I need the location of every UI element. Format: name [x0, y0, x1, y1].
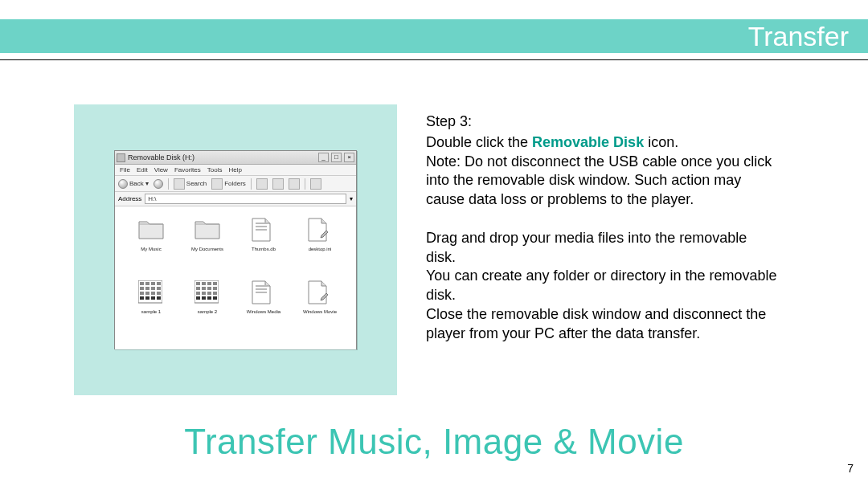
svg-rect-16 — [140, 296, 144, 300]
content-row: Removable Disk (H:) _ □ × File Edit View… — [74, 104, 841, 395]
svg-rect-4 — [140, 282, 144, 285]
window-titlebar: Removable Disk (H:) _ □ × — [115, 151, 356, 165]
svg-rect-15 — [157, 292, 161, 295]
forward-icon[interactable] — [154, 179, 163, 189]
search-icon — [174, 178, 185, 190]
menu-file[interactable]: File — [120, 166, 130, 174]
search-button[interactable]: Search — [174, 178, 207, 190]
back-icon — [118, 179, 128, 189]
svg-rect-34 — [202, 296, 206, 300]
svg-rect-27 — [207, 287, 211, 290]
file-item[interactable]: My Documents — [179, 218, 235, 276]
svg-rect-30 — [202, 292, 206, 295]
svg-rect-38 — [256, 288, 267, 290]
doc-icon — [251, 280, 276, 306]
svg-rect-12 — [140, 292, 144, 295]
explorer-window: Removable Disk (H:) _ □ × File Edit View… — [114, 150, 357, 349]
window-icon — [117, 153, 125, 162]
doc-pencil-icon — [307, 218, 333, 243]
svg-rect-24 — [213, 282, 217, 285]
file-label: My Documents — [191, 247, 223, 252]
header-title: Transfer — [748, 19, 849, 53]
svg-rect-25 — [196, 287, 200, 290]
toolbar-icon[interactable] — [256, 178, 268, 190]
grid-icon — [138, 280, 164, 306]
file-item[interactable]: Windows Media — [235, 280, 292, 338]
step-note: Note: Do not disconnect the USB cable on… — [426, 153, 772, 208]
svg-rect-29 — [196, 292, 200, 295]
address-input[interactable]: H:\ — [145, 194, 346, 204]
folders-icon — [211, 178, 223, 190]
svg-rect-9 — [145, 287, 149, 290]
svg-rect-0 — [256, 223, 267, 224]
step-label: Step 3: — [426, 112, 778, 132]
svg-rect-33 — [196, 296, 200, 300]
menu-edit[interactable]: Edit — [137, 166, 148, 174]
svg-rect-13 — [145, 292, 149, 295]
svg-rect-26 — [202, 287, 206, 290]
svg-rect-10 — [151, 287, 155, 290]
file-label: Thumbs.db — [252, 247, 276, 252]
footer-title: Transfer Music, Image & Movie — [0, 422, 868, 462]
svg-rect-39 — [256, 292, 267, 293]
svg-rect-21 — [196, 282, 200, 285]
file-item[interactable]: My Music — [123, 218, 179, 276]
menu-favorites[interactable]: Favorites — [174, 166, 201, 174]
doc-pencil-icon — [307, 280, 333, 306]
svg-rect-32 — [213, 292, 217, 295]
header-band: Transfer — [0, 19, 868, 53]
svg-rect-2 — [256, 229, 267, 231]
minimize-button[interactable]: _ — [318, 153, 329, 162]
svg-rect-23 — [207, 282, 211, 285]
file-label: desktop.ini — [309, 247, 332, 252]
file-label: My Music — [141, 247, 161, 252]
file-label: Windows Media — [247, 309, 280, 315]
file-item[interactable]: Thumbs.db — [235, 218, 292, 276]
svg-rect-35 — [207, 296, 211, 300]
svg-rect-31 — [207, 292, 211, 295]
file-item[interactable]: sample 2 — [179, 280, 235, 338]
close-button[interactable]: × — [344, 153, 354, 162]
svg-rect-14 — [151, 292, 155, 295]
grid-icon — [194, 280, 220, 306]
svg-rect-18 — [151, 296, 155, 300]
folder-icon — [194, 218, 220, 243]
svg-rect-8 — [140, 287, 144, 290]
file-item[interactable]: desktop.ini — [292, 218, 348, 276]
svg-rect-6 — [151, 282, 155, 285]
paragraph-3: You can create any folder or directory i… — [426, 267, 778, 305]
back-button[interactable]: Back▾ — [118, 179, 149, 189]
file-pane: My MusicMy DocumentsThumbs.dbdesktop.ini… — [115, 206, 356, 349]
file-label: Windows Movie — [303, 309, 337, 315]
maximize-button[interactable]: □ — [331, 153, 342, 162]
removable-disk-highlight: Removable Disk — [532, 134, 644, 150]
folder-icon — [138, 218, 164, 243]
file-item[interactable]: Windows Movie — [292, 280, 348, 338]
toolbar-separator — [251, 178, 252, 190]
views-icon[interactable] — [310, 178, 321, 190]
svg-rect-36 — [213, 296, 217, 300]
screenshot-container: Removable Disk (H:) _ □ × File Edit View… — [74, 104, 397, 395]
toolbar-icon[interactable] — [289, 178, 300, 190]
svg-rect-19 — [157, 296, 161, 300]
svg-rect-7 — [157, 282, 161, 285]
folders-button[interactable]: Folders — [211, 178, 246, 190]
address-bar: Address H:\ ▾ — [115, 192, 356, 206]
svg-rect-28 — [213, 287, 217, 290]
instructions: Step 3: Double click the Removable Disk … — [426, 104, 841, 395]
toolbar-separator — [305, 178, 305, 190]
svg-rect-11 — [157, 287, 161, 290]
file-item[interactable]: sample 1 — [123, 280, 179, 338]
menu-view[interactable]: View — [154, 166, 168, 174]
file-label: sample 1 — [141, 309, 161, 315]
toolbar-icon[interactable] — [272, 178, 284, 190]
page-number: 7 — [847, 462, 854, 475]
header-rule — [0, 59, 868, 60]
window-title-text: Removable Disk (H:) — [128, 153, 316, 161]
menu-tools[interactable]: Tools — [207, 166, 223, 174]
doc-icon — [251, 218, 276, 243]
menu-help[interactable]: Help — [228, 166, 241, 174]
svg-rect-1 — [256, 226, 267, 227]
file-label: sample 2 — [198, 309, 217, 315]
step-paragraph: Double click the Removable Disk icon. No… — [426, 133, 778, 210]
